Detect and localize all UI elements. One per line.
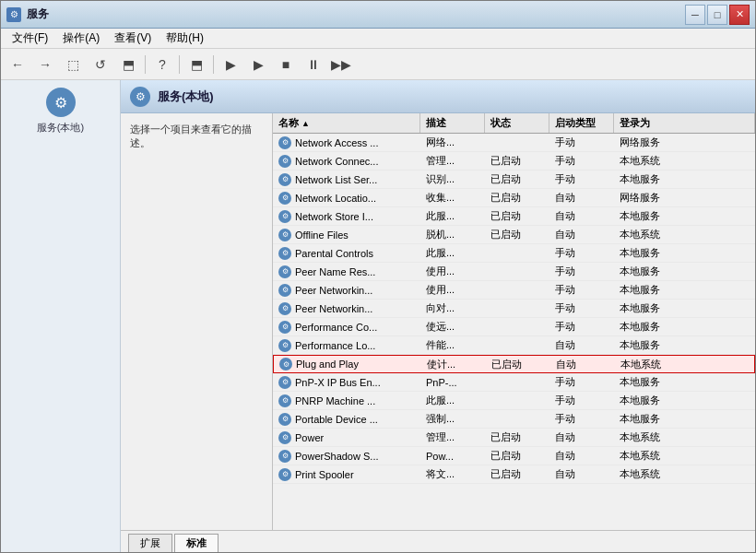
col-start[interactable]: 启动类型 — [549, 113, 614, 133]
cell-status — [485, 382, 549, 383]
services-header-icon: ⚙ — [130, 87, 150, 107]
restart-button[interactable]: ▶▶ — [328, 53, 354, 76]
row-icon: ⚙ — [278, 229, 291, 241]
table-row[interactable]: ⚙ PowerShadow S... Pow... 已启动 自动 本地系统 — [273, 447, 755, 465]
cell-login: 本地服务 — [614, 374, 755, 390]
window-icon: ⚙ — [6, 7, 21, 22]
table-row[interactable]: ⚙ Network Access ... 网络... 手动 网络服务 — [273, 134, 755, 152]
pause-button[interactable]: ⏸ — [301, 53, 326, 76]
menu-view[interactable]: 查看(V) — [107, 29, 159, 48]
cell-status — [485, 400, 549, 402]
table-row[interactable]: ⚙ Peer Networkin... 向对... 手动 本地服务 — [273, 300, 755, 318]
col-desc[interactable]: 描述 — [420, 113, 485, 133]
table-row[interactable]: ⚙ Parental Controls 此服... 手动 本地服务 — [273, 244, 755, 263]
row-icon: ⚙ — [278, 265, 291, 278]
row-icon: ⚙ — [278, 468, 291, 481]
forward-button[interactable]: → — [32, 53, 58, 76]
table-area: 名称 ▲ 描述 状态 启动类型 登录为 — [273, 113, 755, 530]
cell-desc: 管理... — [420, 429, 485, 445]
main-content: ⚙ 服务(本地) ⚙ 服务(本地) 选择一个项目来查看它的描述。 — [1, 80, 755, 552]
table-row[interactable]: ⚙ Network Store I... 此服... 已启动 自动 本地服务 — [273, 207, 755, 226]
cell-login: 本地服务 — [614, 264, 755, 279]
cell-start: 手动 — [549, 282, 614, 298]
services-header: ⚙ 服务(本地) — [121, 80, 755, 113]
table-body[interactable]: ⚙ Network Access ... 网络... 手动 网络服务 ⚙ Net… — [273, 134, 755, 530]
tab-expand[interactable]: 扩展 — [128, 534, 172, 552]
row-icon: ⚙ — [278, 302, 291, 315]
cell-desc: 向对... — [420, 300, 485, 316]
show-hide-button[interactable]: ⬒ — [115, 53, 141, 76]
cell-login: 本地服务 — [614, 319, 755, 335]
table-row[interactable]: ⚙ Portable Device ... 强制... 手动 本地服务 — [273, 410, 755, 429]
cell-desc: 脱机... — [420, 227, 485, 242]
cell-name: ⚙ Portable Device ... — [273, 412, 420, 427]
row-icon: ⚙ — [278, 173, 291, 186]
table-header: 名称 ▲ 描述 状态 启动类型 登录为 — [273, 113, 755, 134]
cell-name: ⚙ Performance Lo... — [273, 338, 420, 353]
table-row[interactable]: ⚙ Offline Files 脱机... 已启动 自动 本地系统 — [273, 226, 755, 244]
left-panel-services[interactable]: ⚙ 服务(本地) — [8, 88, 112, 135]
row-icon: ⚙ — [278, 394, 291, 407]
cell-name: ⚙ PNRP Machine ... — [273, 394, 420, 408]
menu-file[interactable]: 文件(F) — [5, 29, 55, 48]
view-button[interactable]: ⬒ — [183, 53, 209, 76]
table-row[interactable]: ⚙ Power 管理... 已启动 自动 本地系统 — [273, 429, 755, 447]
cell-login: 本地服务 — [614, 337, 755, 353]
toolbar-sep-3 — [213, 55, 214, 74]
cell-login: 网络服务 — [614, 135, 755, 150]
up-button[interactable]: ⬚ — [60, 53, 86, 76]
cell-start: 自动 — [549, 466, 614, 482]
row-icon: ⚙ — [278, 450, 291, 463]
row-icon: ⚙ — [278, 210, 291, 223]
row-icon: ⚙ — [279, 358, 292, 371]
tab-standard[interactable]: 标准 — [174, 534, 219, 552]
services-icon: ⚙ — [46, 88, 76, 117]
table-row[interactable]: ⚙ Peer Networkin... 使用... 手动 本地服务 — [273, 281, 755, 300]
cell-start: 手动 — [549, 135, 614, 150]
cell-status: 已启动 — [485, 448, 549, 464]
cell-start: 自动 — [549, 227, 614, 242]
table-row[interactable]: ⚙ Network Locatio... 收集... 已启动 自动 网络服务 — [273, 189, 755, 207]
table-row[interactable]: ⚙ Print Spooler 将文... 已启动 自动 本地系统 — [273, 465, 755, 484]
cell-login: 本地系统 — [614, 448, 755, 464]
left-panel: ⚙ 服务(本地) — [1, 80, 121, 552]
cell-desc: 使用... — [420, 264, 485, 279]
stop-button[interactable]: ■ — [273, 53, 299, 76]
maximize-button[interactable]: □ — [707, 5, 727, 25]
play2-button[interactable]: ▶ — [245, 53, 271, 76]
col-status[interactable]: 状态 — [485, 113, 549, 133]
cell-login: 本地系统 — [614, 227, 755, 242]
table-row[interactable]: ⚙ Performance Co... 使远... 手动 本地服务 — [273, 318, 755, 336]
cell-name: ⚙ Network Store I... — [273, 209, 420, 224]
cell-status — [485, 289, 549, 291]
table-row[interactable]: ⚙ Network List Ser... 识别... 已启动 手动 本地服务 — [273, 171, 755, 189]
table-row[interactable]: ⚙ Performance Lo... 件能... 自动 本地服务 — [273, 336, 755, 355]
title-bar: ⚙ 服务 ─ □ ✕ — [1, 1, 755, 29]
table-row[interactable]: ⚙ Plug and Play 使计... 已启动 自动 本地系统 — [273, 355, 755, 373]
table-row[interactable]: ⚙ Network Connec... 管理... 已启动 手动 本地系统 — [273, 152, 755, 171]
col-name[interactable]: 名称 ▲ — [273, 113, 420, 133]
table-row[interactable]: ⚙ PNRP Machine ... 此服... 手动 本地服务 — [273, 392, 755, 410]
table-row[interactable]: ⚙ PnP-X IP Bus En... PnP-... 手动 本地服务 — [273, 373, 755, 392]
play-button[interactable]: ▶ — [218, 53, 243, 76]
cell-start: 自动 — [549, 190, 614, 206]
toolbar-sep-2 — [179, 55, 180, 74]
menu-help[interactable]: 帮助(H) — [159, 29, 211, 48]
cell-desc: PnP-... — [420, 376, 485, 389]
menu-action[interactable]: 操作(A) — [55, 29, 107, 48]
cell-login: 本地服务 — [614, 208, 755, 224]
cell-desc: 使计... — [421, 357, 486, 372]
table-row[interactable]: ⚙ Peer Name Res... 使用... 手动 本地服务 — [273, 263, 755, 281]
row-icon: ⚙ — [278, 284, 291, 297]
bottom-tabs: 扩展 标准 — [121, 530, 755, 552]
help-button[interactable]: ? — [149, 53, 175, 76]
cell-status: 已启动 — [485, 227, 549, 242]
back-button[interactable]: ← — [5, 53, 30, 76]
refresh-button[interactable]: ↺ — [88, 53, 113, 76]
close-button[interactable]: ✕ — [729, 5, 750, 25]
col-login[interactable]: 登录为 — [614, 113, 755, 133]
cell-start: 自动 — [550, 357, 615, 372]
cell-start: 自动 — [549, 429, 614, 445]
row-icon: ⚙ — [278, 136, 291, 149]
minimize-button[interactable]: ─ — [685, 5, 705, 25]
